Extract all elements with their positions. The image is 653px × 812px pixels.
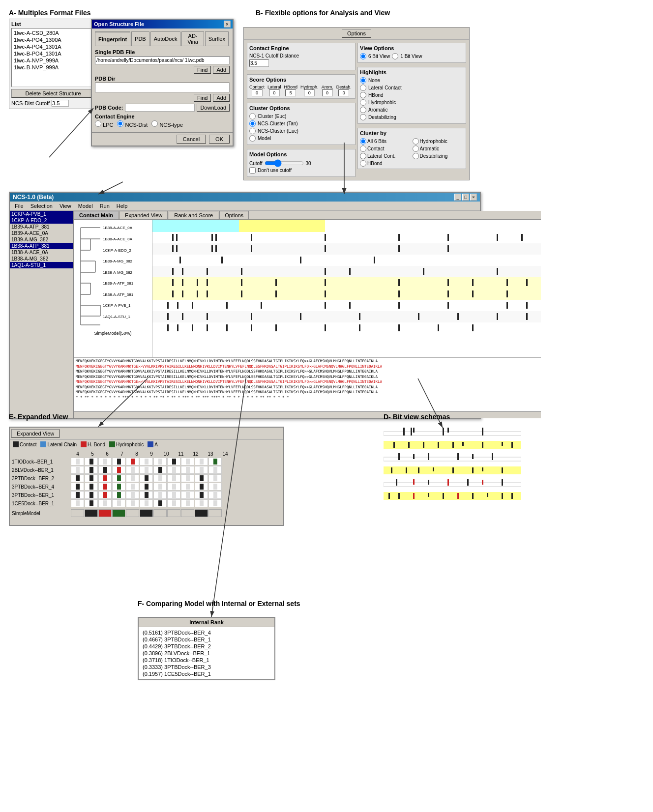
exp-cell [208,483,222,491]
exp-cell [126,458,139,465]
close-main-button[interactable]: × [470,194,477,201]
ce-ncstype-radio[interactable] [151,120,158,127]
dont-use-cutoff-checkbox[interactable] [249,167,256,174]
score-contact-input[interactable] [252,89,263,96]
menu-selection[interactable]: Selection [28,203,56,209]
pdb-dir-find-button[interactable]: Find [194,94,211,102]
exp-cell [208,466,222,474]
sequence-area[interactable]: MENFQKVEKIGEGTYGVVYKARHMKTGDVVALKKIVPSTA… [74,357,541,411]
ncs1-cutoff-input[interactable] [249,59,269,67]
svg-rect-57 [207,268,208,275]
tab-pdb[interactable]: PDB [131,31,149,46]
score-destab-input[interactable] [338,89,349,96]
menu-model[interactable]: Model [75,203,96,209]
ncs-dist-cutoff-input[interactable] [52,100,69,107]
cb-hydrophobic-radio[interactable] [413,138,419,145]
list-item[interactable]: 1lwc-A-NVP_999A [13,57,93,64]
cb-aromatic-radio[interactable] [413,145,419,152]
cluster-ncs-euc-radio[interactable] [249,128,256,134]
options-button[interactable]: Options [342,29,371,38]
maximize-button[interactable]: □ [462,194,469,201]
hl-lateral-radio[interactable] [360,85,366,91]
list-item[interactable]: 1lwc-B-NVP_999A [13,64,93,71]
struct-item[interactable]: 1AQ1-A-STU_1 [10,262,73,268]
tab-autodock[interactable]: AutoDock [150,31,181,46]
cluster-model-radio[interactable] [249,135,256,142]
cluster-options-section: Cluster Options Cluster (Euc) NCS-Cluste… [247,103,356,145]
cb-allbits-radio[interactable] [360,138,366,145]
struct-item[interactable]: 1B38-A-MG_382 [10,256,73,262]
expanded-view-button[interactable]: Expanded View [11,429,59,438]
tab-expanded-view[interactable]: Expanded View [119,211,168,219]
pdb-dir-buttons: Find Add [95,94,230,102]
score-hydroph-input[interactable] [304,89,315,96]
list-item[interactable]: 1lwc-A-CSD_280A [13,29,93,36]
tab-advina[interactable]: AD-Vina [181,31,204,46]
pdb-dir-input[interactable] [95,83,230,92]
hl-hbond-radio[interactable] [360,92,366,98]
menu-run[interactable]: Run [97,203,113,209]
struct-item[interactable]: 1B39-A-ACE_0A [10,230,73,236]
struct-item[interactable]: 1B39-A-MG_382 [10,236,73,243]
delete-structure-button[interactable]: Delete Select Structure [11,89,95,98]
cancel-button[interactable]: Cancel [177,135,206,144]
menu-help[interactable]: Help [114,203,131,209]
single-pdb-add-button[interactable]: Add [213,66,230,74]
svg-rect-62 [497,268,498,275]
exp-cell [181,474,194,482]
tab-options[interactable]: Options [219,211,249,219]
ce-ncsdist-radio[interactable] [117,120,123,127]
svg-rect-30 [152,300,541,311]
hl-lateral-row: Lateral Contact [360,85,464,91]
cluster-euc-radio[interactable] [249,113,256,119]
ok-button[interactable]: OK [209,135,230,144]
download-button[interactable]: DownLoad [197,104,230,112]
cb-destab-radio[interactable] [413,153,419,159]
score-arom-input[interactable] [322,89,333,96]
struct-item[interactable]: 1CKP-A-PVB_1 [10,211,73,217]
bit-view-area[interactable] [152,220,541,357]
score-hbond-input[interactable] [285,89,296,96]
struct-item[interactable]: 1B39-A-ATP_381 [10,224,73,230]
cluster-tan-radio[interactable] [249,120,256,127]
hl-destab-radio[interactable] [360,114,366,120]
tab-rank-score[interactable]: Rank and Score [169,211,218,219]
tab-surflex[interactable]: Surflex [205,31,229,46]
hl-hydrophobic-radio[interactable] [360,99,366,106]
struct-item[interactable]: 1CKP-A-EDO_2 [10,217,73,224]
list-item[interactable]: 1lwc-A-PO4_1300A [13,36,93,43]
cb-contact-radio[interactable] [360,145,366,152]
file-list[interactable]: 1lwc-A-CSD_280A 1lwc-A-PO4_1300A 1lwc-A-… [11,28,95,87]
hl-none-radio[interactable] [360,77,366,84]
single-pdb-find-button[interactable]: Find [194,66,211,74]
hl-aromatic-radio[interactable] [360,107,366,113]
view-1bit-radio[interactable] [392,53,398,59]
tab-contact-main[interactable]: Contact Main [74,211,119,219]
h-scrollbar[interactable] [74,411,541,418]
svg-rect-144 [391,467,392,473]
svg-rect-26 [152,255,541,266]
pdb-code-input[interactable] [125,104,195,112]
struct-item[interactable]: 1B38-A-ATP_381 [10,243,73,249]
dialog-close-button[interactable]: × [224,21,231,28]
view-6bit-radio[interactable] [360,53,366,59]
score-lateral-input[interactable] [269,89,280,96]
bit-schema-3 [384,453,531,464]
cutoff-slider[interactable] [265,159,304,167]
exp-hscroll[interactable] [10,519,283,525]
cb-hbond-radio[interactable] [360,160,366,167]
menu-file[interactable]: File [12,203,27,209]
minimize-button[interactable]: _ [454,194,461,201]
file-list-panel: List 1lwc-A-CSD_280A 1lwc-A-PO4_1300A 1l… [9,19,97,109]
ce-lpc-radio[interactable] [95,120,101,127]
svg-rect-70 [398,279,400,286]
list-item[interactable]: 1lwc-A-PO4_1301A [13,43,93,50]
exp-cell [167,483,180,491]
struct-item[interactable]: 1B38-A-ACE_0A [10,249,73,256]
pdb-dir-add-button[interactable]: Add [213,94,230,102]
svg-rect-99 [207,313,208,320]
cb-lateral-radio[interactable] [360,153,366,159]
tab-fingerprint[interactable]: Fingerprint [95,31,130,46]
list-item[interactable]: 1lwc-B-PO4_1301A [13,50,93,57]
menu-view[interactable]: View [57,203,74,209]
